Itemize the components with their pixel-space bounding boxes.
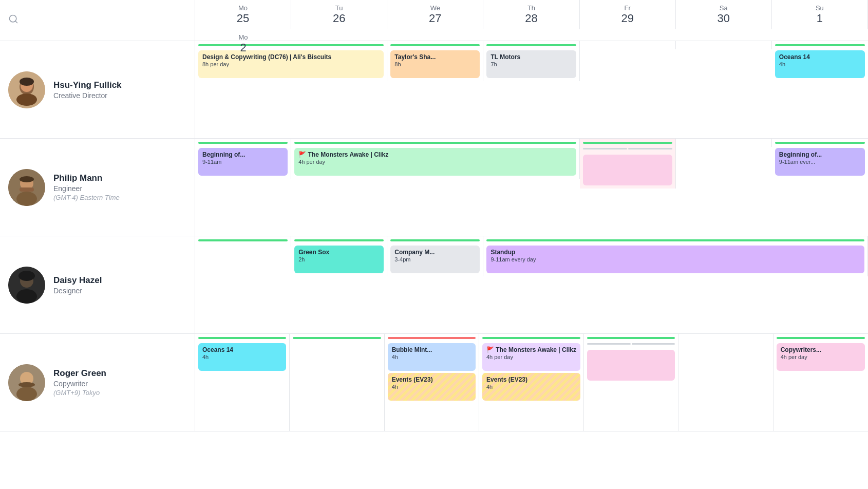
day-cell-roger-4[interactable] bbox=[584, 334, 678, 431]
calendar-container: Mo 25 Tu 26 We 27 Th 28 Fr 29 Sa 30 Su 1… bbox=[0, 0, 868, 489]
person-row-hsu: Hsu-Ying Fullick Creative Director Desig… bbox=[0, 41, 868, 139]
event-block-daisy-3-0[interactable]: Standup 9-11am every day bbox=[486, 246, 864, 273]
event-block-hsu-2-0[interactable]: Taylor's Sha... 8h bbox=[390, 50, 480, 78]
day-cell-hsu-3[interactable]: TL Motors 7h bbox=[483, 41, 579, 81]
event-title: Oceans 14 bbox=[779, 53, 861, 61]
event-title: Bubble Mint... bbox=[392, 346, 471, 353]
small-bar-row bbox=[587, 343, 675, 345]
person-name-daisy: Daisy Hazel bbox=[53, 275, 186, 286]
event-title: Copywriters... bbox=[781, 346, 861, 353]
header-day-tu26: Tu 26 bbox=[291, 0, 387, 29]
header-left bbox=[0, 0, 195, 41]
avail-bar-empty bbox=[679, 142, 768, 144]
small-bar-1 bbox=[583, 148, 627, 149]
day-cell-daisy-0[interactable] bbox=[195, 236, 291, 247]
day-cell-roger-3[interactable]: 🚩 The Monsters Awake | Clikz 4h per day … bbox=[479, 334, 584, 431]
day-name: Su bbox=[816, 4, 824, 12]
day-cell-philip-1[interactable]: 🚩 The Monsters Awake | Clikz 4h per day bbox=[291, 139, 579, 179]
event-block-philip-1-0[interactable]: 🚩 The Monsters Awake | Clikz 4h per day bbox=[294, 148, 576, 176]
person-info-roger: Roger Green Copywriter (GMT+9) Tokyo bbox=[0, 334, 195, 431]
avail-bar-red bbox=[388, 337, 476, 339]
event-sub: 4h bbox=[202, 354, 282, 360]
event-sub: 4h bbox=[486, 384, 576, 390]
event-block-roger-2-1[interactable]: Events (EV23) 4h bbox=[388, 373, 476, 401]
event-block-roger-3-0[interactable]: 🚩 The Monsters Awake | Clikz 4h per day bbox=[482, 343, 580, 371]
day-cell-roger-0[interactable]: Oceans 14 4h bbox=[195, 334, 290, 431]
svg-rect-11 bbox=[20, 187, 34, 192]
event-block-roger-6-0[interactable]: Copywriters... 4h per day bbox=[777, 343, 865, 371]
day-cell-roger-2[interactable]: Bubble Mint... 4h Events (EV23) 4h bbox=[385, 334, 479, 431]
day-name: Th bbox=[527, 4, 535, 12]
person-name-philip: Philip Mann bbox=[53, 173, 186, 183]
day-cell-daisy-3[interactable]: Standup 9-11am every day bbox=[483, 236, 868, 276]
person-name-hsu: Hsu-Ying Fullick bbox=[53, 80, 186, 90]
day-cell-philip-5[interactable] bbox=[676, 139, 772, 147]
header-days: Mo 25 Tu 26 We 27 Th 28 Fr 29 Sa 30 Su 1… bbox=[195, 0, 868, 41]
avail-bar-green bbox=[486, 44, 576, 46]
day-name: Mo bbox=[238, 4, 248, 12]
svg-point-15 bbox=[18, 271, 35, 281]
small-bar-1 bbox=[587, 343, 631, 345]
event-title: Green Sox bbox=[298, 249, 380, 256]
event-block-daisy-2-0[interactable]: Company M... 3-4pm bbox=[390, 246, 480, 273]
day-cell-daisy-1[interactable]: Green Sox 2h bbox=[291, 236, 387, 276]
day-cell-hsu-4[interactable] bbox=[580, 41, 676, 49]
event-title: Company M... bbox=[394, 249, 476, 256]
header-day-mo25: Mo 25 bbox=[195, 0, 291, 29]
event-sub: 9-11am every day bbox=[490, 256, 860, 262]
event-sub: 2h bbox=[298, 256, 380, 262]
avail-bar-green bbox=[777, 337, 865, 339]
person-days-roger: Oceans 14 4h Bubble Mint... 4h Events (E… bbox=[195, 334, 868, 431]
day-cell-philip-4[interactable] bbox=[580, 139, 676, 189]
event-block-hsu-3-0[interactable]: TL Motors 7h bbox=[486, 50, 576, 78]
event-block-philip-6-0[interactable]: Beginning of... 9-11am ever... bbox=[775, 148, 865, 176]
person-details-roger: Roger Green Copywriter (GMT+9) Tokyo bbox=[53, 368, 186, 397]
event-sub: 4h bbox=[392, 354, 471, 360]
day-cell-roger-5[interactable] bbox=[678, 334, 773, 431]
content-area[interactable]: Hsu-Ying Fullick Creative Director Desig… bbox=[0, 41, 868, 489]
avail-bar-empty bbox=[583, 44, 672, 46]
person-days-daisy: Green Sox 2h Company M... 3-4pm Standup … bbox=[195, 236, 868, 333]
day-num: 27 bbox=[429, 12, 441, 25]
event-sub: 4h per day bbox=[298, 159, 572, 165]
day-cell-roger-6[interactable]: Copywriters... 4h per day bbox=[773, 334, 868, 431]
day-cell-daisy-2[interactable]: Company M... 3-4pm bbox=[387, 236, 483, 276]
header-day-fr29: Fr 29 bbox=[580, 0, 676, 29]
svg-point-19 bbox=[18, 382, 35, 387]
day-cell-philip-6[interactable]: Beginning of... 9-11am ever... bbox=[772, 139, 868, 179]
search-icon[interactable] bbox=[8, 14, 18, 27]
day-cell-hsu-5[interactable] bbox=[676, 41, 772, 49]
event-block-hsu-6-0[interactable]: Oceans 14 4h bbox=[775, 50, 865, 78]
person-info-daisy: Daisy Hazel Designer bbox=[0, 236, 195, 333]
event-title: Oceans 14 bbox=[202, 346, 282, 353]
day-name: Mo bbox=[239, 33, 248, 41]
event-block-roger-3-1[interactable]: Events (EV23) 4h bbox=[482, 373, 580, 401]
svg-point-9 bbox=[16, 192, 37, 206]
svg-point-4 bbox=[16, 93, 37, 106]
event-block-roger-2-0[interactable]: Bubble Mint... 4h bbox=[388, 343, 476, 371]
event-title: Standup bbox=[490, 249, 860, 256]
avail-bar-green bbox=[390, 239, 480, 241]
small-bar-2 bbox=[632, 343, 675, 345]
event-sub: 3-4pm bbox=[394, 256, 476, 262]
event-block-philip-4-0[interactable] bbox=[583, 155, 672, 185]
event-block-daisy-1-0[interactable]: Green Sox 2h bbox=[294, 246, 384, 273]
event-sub: 7h bbox=[490, 61, 572, 67]
event-block-roger-0-0[interactable]: Oceans 14 4h bbox=[198, 343, 286, 371]
avail-bar-green bbox=[390, 44, 480, 46]
event-block-philip-0-0[interactable]: Beginning of... 9-11am bbox=[198, 148, 288, 176]
person-details-philip: Philip Mann Engineer (GMT-4) Eastern Tim… bbox=[53, 173, 186, 201]
day-num: 26 bbox=[333, 12, 345, 25]
avail-bar-green bbox=[587, 337, 675, 339]
person-info-hsu: Hsu-Ying Fullick Creative Director bbox=[0, 41, 195, 138]
day-cell-roger-1[interactable] bbox=[290, 334, 384, 431]
day-cell-philip-0[interactable]: Beginning of... 9-11am bbox=[195, 139, 291, 179]
header-day-we27: We 27 bbox=[387, 0, 483, 29]
day-num: 28 bbox=[525, 12, 537, 25]
day-cell-hsu-2[interactable]: Taylor's Sha... 8h bbox=[387, 41, 483, 81]
small-bar-row bbox=[583, 148, 672, 149]
day-cell-hsu-6[interactable]: Oceans 14 4h bbox=[772, 41, 868, 81]
avail-bar-green bbox=[198, 239, 288, 241]
event-block-roger-4-0[interactable] bbox=[587, 350, 675, 381]
event-title: Events (EV23) bbox=[486, 376, 576, 383]
